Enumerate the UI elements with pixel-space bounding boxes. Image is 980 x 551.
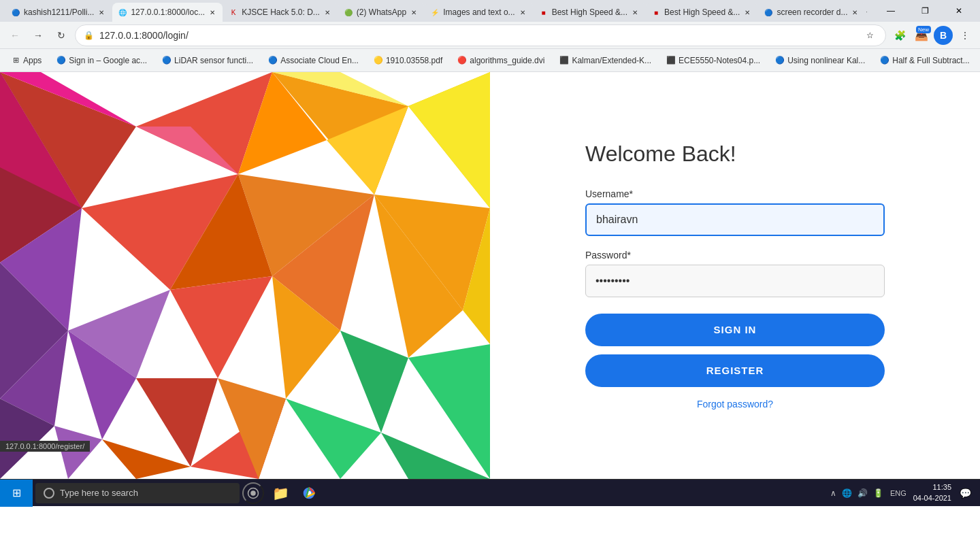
kalman-icon: ⬛	[559, 56, 569, 65]
tab-7[interactable]: ■ Best High Speed &... ✕	[646, 3, 757, 22]
tab-6[interactable]: ■ Best High Speed &... ✕	[534, 3, 645, 22]
windows-icon: ⊞	[12, 486, 21, 499]
profile-avatar: B	[934, 26, 953, 45]
menu-button[interactable]: ⋮	[956, 26, 975, 45]
tab-4-close[interactable]: ✕	[409, 7, 419, 17]
bookmark-kalman[interactable]: ⬛ Kalman/Extended-K...	[554, 53, 657, 68]
bookmark-signin-google[interactable]: 🔵 Sign in – Google ac...	[51, 53, 152, 68]
bookmark-nonlinear[interactable]: 🔵 Using nonlinear Kal...	[770, 53, 870, 68]
address-bar[interactable]: 🔒 127.0.0.1:8000/login/ ☆	[75, 24, 886, 46]
tray-speaker-icon[interactable]: 🔊	[856, 487, 869, 499]
register-button[interactable]: REGISTER	[585, 354, 885, 387]
bookmark-lidar-label: LiDAR sensor functi...	[174, 56, 253, 65]
tray-battery-icon[interactable]: 🔋	[872, 487, 885, 499]
bookmark-lidar[interactable]: 🔵 LiDAR sensor functi...	[157, 53, 259, 68]
reload-button[interactable]: ↻	[52, 26, 71, 45]
taskbar-chrome[interactable]	[295, 480, 323, 507]
taskbar: ⊞ Type here to search 📁 ∧ 🌐 🔊 🔋	[0, 479, 980, 506]
minimize-button[interactable]: —	[875, 0, 906, 22]
tab-6-title: Best High Speed &...	[552, 7, 627, 17]
tab-7-close[interactable]: ✕	[742, 7, 752, 17]
svg-marker-24	[102, 439, 191, 479]
password-input[interactable]	[585, 265, 885, 297]
tab-4[interactable]: 🟢 (2) WhatsApp ✕	[338, 3, 424, 22]
forgot-password-link[interactable]: Forgot password?	[697, 399, 773, 410]
navigation-bar: ← → ↻ 🔒 127.0.0.1:8000/login/ ☆ 🧩 📥 New …	[0, 22, 980, 49]
taskbar-clock[interactable]: 11:35 04-04-2021	[913, 482, 951, 503]
bookmark-ece-label: ECE5550-Notes04.p...	[679, 56, 760, 65]
new-badge: New	[916, 26, 931, 33]
tab-2-title: 127.0.0.1:8000/loc...	[131, 7, 205, 17]
svg-marker-26	[286, 399, 381, 479]
tab-5-favicon: ⚡	[430, 7, 440, 17]
tab-8-title: screen recorder d...	[777, 7, 847, 17]
taskbar-search-text: Type here to search	[60, 488, 138, 498]
tab-7-favicon: ■	[651, 7, 661, 17]
tray-chevron[interactable]: ∧	[829, 487, 838, 499]
window-controls: — ❐ ✕	[875, 0, 975, 22]
tab-5-title: Images and text o...	[443, 7, 514, 17]
bookmark-algo-label: algorithms_guide.dvi	[470, 56, 544, 65]
tab-1[interactable]: 🔵 kashish1211/Polli... ✕	[5, 3, 112, 22]
username-label: Username*	[585, 188, 885, 199]
taskbar-file-explorer[interactable]: 📁	[267, 480, 294, 507]
tab-3-title: KJSCE Hack 5.0: D...	[242, 7, 320, 17]
polygon-art	[0, 72, 490, 479]
notification-button[interactable]: 💬	[956, 484, 975, 503]
signin-button[interactable]: SIGN IN	[585, 314, 885, 346]
bookmark-apps[interactable]: ⊞ Apps	[5, 53, 47, 68]
bookmark-associate-cloud[interactable]: 🔵 Associate Cloud En...	[263, 53, 364, 68]
nav-right-icons: 🧩 📥 New B ⋮	[890, 26, 975, 45]
tabs-bar: 🔵 kashish1211/Polli... ✕ 🌐 127.0.0.1:800…	[5, 0, 867, 22]
nonlinear-icon: 🔵	[775, 56, 785, 65]
tab-8[interactable]: 🔵 screen recorder d... ✕	[758, 3, 865, 22]
cortana-button[interactable]	[242, 482, 264, 504]
taskbar-search-box[interactable]: Type here to search	[35, 483, 240, 503]
tab-3[interactable]: K KJSCE Hack 5.0: D... ✕	[223, 3, 338, 22]
bookmark-pdf[interactable]: 🟡 1910.03558.pdf	[368, 53, 448, 68]
close-window-button[interactable]: ✕	[943, 0, 975, 22]
clock-time: 11:35	[913, 482, 951, 492]
new-tab-button[interactable]: +	[866, 3, 867, 22]
forgot-password-link-container: Forgot password?	[585, 398, 885, 410]
right-login-panel: Welcome Back! Username* Password* SIGN I…	[490, 72, 980, 479]
bookmark-signin-label: Sign in – Google ac...	[69, 56, 147, 65]
tab-8-favicon: 🔵	[764, 7, 773, 17]
bookmark-algo[interactable]: 🔴 algorithms_guide.dvi	[452, 53, 550, 68]
svg-marker-19	[136, 378, 218, 467]
clock-date: 04-04-2021	[913, 493, 951, 503]
tab-8-close[interactable]: ✕	[850, 7, 860, 17]
bookmark-ece[interactable]: ⬛ ECE5550-Notes04.p...	[661, 53, 766, 68]
bookmark-half-full[interactable]: 🔵 Half & Full Subtract...	[875, 53, 975, 68]
google-icon: 🔵	[56, 56, 66, 65]
tab-2-close[interactable]: ✕	[208, 7, 217, 17]
left-decorative-panel	[0, 72, 490, 479]
cloud-icon: 🔵	[268, 56, 278, 65]
save-to-pocket-button[interactable]: 📥 New	[912, 26, 931, 45]
bookmark-pdf-label: 1910.03558.pdf	[386, 56, 442, 65]
tray-network-icon[interactable]: 🌐	[840, 487, 853, 499]
start-button[interactable]: ⊞	[0, 480, 33, 507]
back-button[interactable]: ←	[5, 26, 24, 45]
extensions-button[interactable]: 🧩	[890, 26, 909, 45]
user-profile-button[interactable]: B	[934, 26, 953, 45]
tab-1-title: kashish1211/Polli...	[24, 7, 94, 17]
tab-2[interactable]: 🌐 127.0.0.1:8000/loc... ✕	[112, 3, 223, 22]
svg-marker-18	[170, 276, 272, 378]
tab-6-close[interactable]: ✕	[630, 7, 640, 17]
restore-button[interactable]: ❐	[909, 0, 941, 22]
tab-5[interactable]: ⚡ Images and text o... ✕	[425, 3, 532, 22]
bookmark-apps-label: Apps	[23, 56, 42, 65]
tab-1-close[interactable]: ✕	[97, 7, 106, 17]
password-label: Password*	[585, 250, 885, 261]
svg-marker-16	[340, 331, 408, 433]
bookmarks-bar: ⊞ Apps 🔵 Sign in – Google ac... 🔵 LiDAR …	[0, 49, 980, 72]
tab-6-favicon: ■	[539, 7, 549, 17]
algo-icon: 🔴	[457, 56, 467, 65]
tab-3-close[interactable]: ✕	[323, 7, 332, 17]
bookmark-star-button[interactable]: ☆	[862, 28, 877, 43]
username-input[interactable]	[585, 203, 885, 236]
tab-5-close[interactable]: ✕	[518, 7, 527, 17]
forward-button[interactable]: →	[29, 26, 48, 45]
bookmark-halffull-label: Half & Full Subtract...	[892, 56, 969, 65]
